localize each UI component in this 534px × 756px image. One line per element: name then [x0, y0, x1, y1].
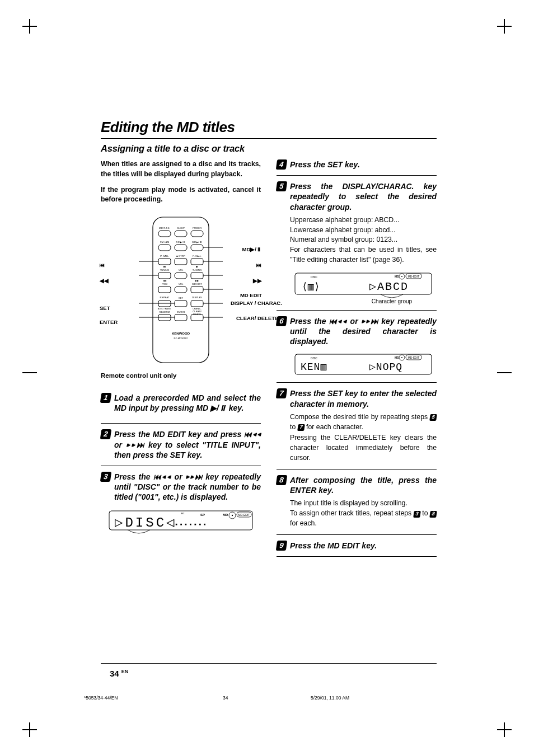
svg-rect-14: [158, 259, 171, 265]
label-enter: ENTER: [100, 319, 118, 325]
svg-text:DISC: DISC: [311, 356, 317, 360]
step-5-body-3: Numeral and symbol group: 0123...: [290, 235, 437, 245]
svg-text:TUNING: TUNING: [160, 269, 170, 271]
svg-rect-1: [158, 231, 171, 237]
label-ff: ▶▶: [253, 278, 262, 284]
svg-rect-27: [175, 273, 187, 279]
display-fig-3: DISC KEN▥ ▷NOPQ MD MD-EDIT: [290, 352, 437, 377]
step-num-7: 7: [276, 388, 288, 398]
label-mdplay: MD▶/⏸: [242, 246, 262, 252]
svg-text:DELETE: DELETE: [193, 313, 201, 316]
svg-rect-9: [175, 245, 187, 251]
svg-point-76: [401, 276, 402, 277]
step-3: Press the ⏮◀◀ or ▶▶⏭ key repeatedly unti…: [114, 472, 261, 503]
step-1: Load a prerecorded MD and select the MD …: [114, 393, 261, 413]
step-7-body-1: Compose the desired title by repeating s…: [290, 412, 437, 433]
svg-rect-53: [175, 314, 187, 321]
step-6: Press the ⏮◀◀ or ▶▶⏭ key repeatedly unti…: [290, 316, 437, 347]
svg-text:CLEAR/: CLEAR/: [193, 310, 202, 313]
svg-rect-5: [191, 231, 203, 237]
svg-text:CD ▶/ ⏸: CD ▶/ ⏸: [176, 241, 186, 243]
step-num-5: 5: [276, 181, 288, 191]
section-subtitle: Assigning a title to a disc or track: [101, 143, 437, 154]
svg-text:P. CALL: P. CALL: [160, 255, 169, 257]
intro-2: If the program play mode is activated, c…: [101, 185, 261, 205]
step-8-body-1: The input title is displayed by scrollin…: [290, 499, 437, 509]
svg-text:Character group: Character group: [372, 298, 413, 304]
svg-text:SET: SET: [179, 297, 184, 299]
step-num-3: 3: [100, 472, 112, 482]
svg-rect-34: [158, 287, 171, 293]
svg-rect-44: [175, 300, 187, 307]
left-column: When titles are assigned to a disc and i…: [101, 159, 261, 557]
label-display-charac: DISPLAY / CHARAC.: [231, 300, 262, 306]
step-num-8: 8: [276, 475, 288, 485]
step-7: Press the SET key to enter the selected …: [290, 388, 437, 408]
svg-text:SP: SP: [200, 513, 205, 516]
step-8-body-2: To assign other track titles, repeat ste…: [290, 509, 437, 529]
svg-text:MD EDIT: MD EDIT: [192, 283, 202, 285]
svg-text:MD: MD: [395, 275, 399, 278]
svg-text:■ STOP: ■ STOP: [176, 255, 185, 257]
label-rew: ◀◀: [100, 278, 109, 284]
label-set: SET: [100, 305, 110, 311]
step-num-6: 6: [276, 316, 288, 326]
svg-text:⟨▥⟩: ⟨▥⟩: [302, 281, 320, 293]
svg-text:DISC: DISC: [311, 275, 317, 279]
remote-diagram: MD O.T.E. SLEEP POWER FM / AM CD ▶/ ⏸ MD…: [136, 216, 226, 364]
svg-text:P. CALL: P. CALL: [193, 255, 202, 257]
label-clear-delete: CLEAR/ DELETE: [236, 316, 262, 321]
svg-text:◀◀: ◀◀: [163, 279, 167, 282]
svg-text:▷NOPQ: ▷NOPQ: [369, 361, 402, 373]
svg-text:FM / AM: FM / AM: [160, 241, 169, 243]
step-9: Press the MD EDIT key.: [290, 541, 437, 551]
step-5: Press the DISPLAY/CHARAC. key repeatedly…: [290, 181, 437, 212]
svg-text:MD: MD: [395, 356, 399, 359]
svg-text:REPEAT: REPEAT: [160, 296, 170, 299]
svg-text:MD O.T.E.: MD O.T.E.: [159, 227, 170, 229]
svg-point-85: [401, 357, 402, 358]
svg-point-67: [232, 515, 233, 516]
step-8: After composing the title, press the ENT…: [290, 475, 437, 495]
footer-mid: 34: [223, 695, 228, 701]
svg-rect-3: [175, 231, 187, 237]
svg-text:▷DISC◁: ▷DISC◁: [115, 515, 177, 530]
svg-text:VOL: VOL: [179, 283, 184, 285]
step-num-1: 1: [100, 393, 112, 403]
step-5-body-1: Uppercase alphabet group: ABCD...: [290, 215, 437, 226]
page-number: 34 EN: [110, 669, 128, 678]
svg-text:MD-EDIT: MD-EDIT: [408, 274, 420, 278]
svg-text:SLEEP: SLEEP: [177, 227, 185, 229]
display-fig-2: DISC ⟨▥⟩ ▷ABCD MD MD-EDIT Character grou…: [290, 271, 437, 304]
svg-text:PGM: PGM: [162, 283, 167, 285]
label-prev: ⏮: [100, 262, 105, 268]
svg-text:DISPLAY: DISPLAY: [192, 296, 202, 299]
label-next: ⏭: [256, 262, 262, 268]
svg-text:▷ABCD: ▷ABCD: [369, 280, 409, 293]
svg-text:MD ▶/ ⏸: MD ▶/ ⏸: [192, 241, 202, 243]
svg-text:▪  ▪  ▪  ▪  ▪  ▪  ▪: ▪ ▪ ▪ ▪ ▪ ▪ ▪: [175, 522, 206, 527]
right-column: 4Press the SET key. 5Press the DISPLAY/C…: [277, 159, 437, 557]
svg-text:MD-EDIT: MD-EDIT: [408, 356, 420, 359]
svg-rect-38: [191, 287, 203, 293]
step-5-body-4: For characters that can be used in title…: [290, 245, 437, 265]
svg-rect-17: [175, 259, 187, 265]
svg-text:RANDOM: RANDOM: [159, 311, 170, 313]
step-num-4: 4: [276, 159, 288, 170]
display-fig-1: ▷DISC◁ REC SP MD MD-EDIT ▪ ▪ ▪ ▪ ▪ ▪ ▪: [101, 508, 261, 536]
label-mdedit: MD EDIT: [240, 292, 262, 298]
remote-caption: Remote control unit only: [101, 371, 261, 381]
svg-text:AUTO / MANU.: AUTO / MANU.: [158, 308, 171, 310]
step-7-body-2: Pressing the CLEAR/DELETE key clears the…: [290, 433, 437, 463]
svg-rect-36: [175, 287, 187, 293]
svg-text:ENTER: ENTER: [177, 311, 185, 313]
svg-rect-7: [158, 245, 171, 251]
section-title: Editing the MD titles: [101, 119, 437, 136]
svg-text:RC-MDX0002: RC-MDX0002: [174, 337, 189, 340]
svg-text:POWER: POWER: [193, 227, 202, 229]
footer-left: *5053/34-44/EN: [84, 695, 118, 701]
svg-text:KENWOOD: KENWOOD: [172, 332, 190, 335]
svg-rect-24: [158, 273, 171, 279]
svg-text:MD: MD: [223, 513, 228, 516]
svg-text:TUNING: TUNING: [193, 269, 202, 271]
